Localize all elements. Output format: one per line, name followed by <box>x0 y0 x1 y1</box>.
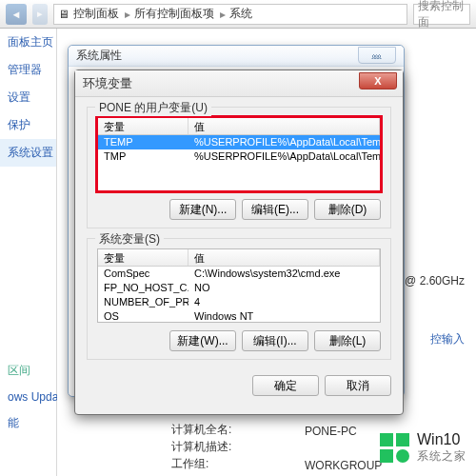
list-header: 变量 值 <box>98 118 380 135</box>
watermark-logo-icon <box>380 433 409 463</box>
ok-button[interactable]: 确定 <box>252 375 319 396</box>
col-value-header[interactable]: 值 <box>188 118 380 134</box>
watermark-line1: Win10 <box>417 431 466 448</box>
sidebar-item[interactable]: 保护 <box>0 111 56 139</box>
col-name-header[interactable]: 变量 <box>98 249 188 266</box>
col-value-header[interactable]: 值 <box>188 249 380 266</box>
list-header: 变量 值 <box>98 249 380 267</box>
chevron-right-icon: ▸ <box>220 8 226 21</box>
sidebar-item[interactable]: 能 <box>0 409 56 437</box>
search-input[interactable]: 搜索控制面 <box>413 4 470 25</box>
cancel-button[interactable]: 取消 <box>325 375 391 396</box>
window-title: 系统属性 <box>69 46 404 67</box>
delete-button[interactable]: 删除(D) <box>314 199 381 220</box>
table-row[interactable]: TEMP %USERPROFILE%\AppData\Local\Temp <box>98 135 380 149</box>
fullname-value: PONE-PC <box>305 425 357 438</box>
user-variables-group: PONE 的用户变量(U) 变量 值 TEMP %USERPROFILE%\Ap… <box>87 107 391 228</box>
table-row[interactable]: FP_NO_HOST_C...NO <box>98 281 380 295</box>
breadcrumb[interactable]: 🖥 控制面板▸ 所有控制面板项▸ 系统 <box>53 4 407 25</box>
computer-icon: 🖥 <box>58 8 69 21</box>
system-variables-list[interactable]: 变量 值 ComSpecC:\Windows\system32\cmd.exe … <box>97 248 381 323</box>
watermark-line2: 系统之家 <box>417 448 466 465</box>
table-row[interactable]: NUMBER_OF_PR...4 <box>98 295 380 309</box>
sidebar-item[interactable]: 设置 <box>0 84 56 111</box>
edit-button[interactable]: 编辑(E)... <box>242 199 308 220</box>
workgroup-value: WORKGROUP <box>305 459 382 472</box>
desc-label: 计算机描述: <box>171 439 231 455</box>
system-variables-group: 系统变量(S) 变量 值 ComSpecC:\Windows\system32\… <box>87 238 391 360</box>
edit-button[interactable]: 编辑(I)... <box>242 330 308 351</box>
sidebar-item[interactable]: 区间 <box>0 357 56 385</box>
fullname-label: 计算机全名: <box>171 422 231 438</box>
new-button[interactable]: 新建(N)... <box>169 199 236 220</box>
nav-forward-button[interactable]: ▸ <box>32 4 48 25</box>
sidebar-item[interactable]: 管理器 <box>0 56 56 84</box>
table-row[interactable]: OSWindows NT <box>98 309 380 322</box>
col-name-header[interactable]: 变量 <box>98 118 188 134</box>
watermark: Win10 系统之家 <box>380 431 466 465</box>
new-button[interactable]: 新建(W)... <box>169 330 236 351</box>
table-row[interactable]: ComSpecC:\Windows\system32\cmd.exe <box>98 267 380 281</box>
user-variables-list[interactable]: 变量 值 TEMP %USERPROFILE%\AppData\Local\Te… <box>97 117 381 191</box>
address-bar: ◄ ▸ 🖥 控制面板▸ 所有控制面板项▸ 系统 搜索控制面 <box>0 0 476 29</box>
sidebar-item[interactable]: ows Update <box>0 385 56 409</box>
sidebar: 面板主页 管理器 设置 保护 系统设置 区间 ows Update 能 <box>0 29 57 476</box>
workgroup-label: 工作组: <box>171 456 208 472</box>
dialog-title: 环境变量 <box>83 75 132 92</box>
dialog-titlebar[interactable]: 环境变量 X <box>75 70 403 97</box>
close-button[interactable]: X <box>359 72 397 89</box>
crumb-segment[interactable]: 系统 <box>229 6 252 22</box>
crumb-segment[interactable]: 控制面板 <box>73 6 119 22</box>
crumb-segment[interactable]: 所有控制面板项 <box>134 6 214 22</box>
group-legend: PONE 的用户变量(U) <box>95 100 211 116</box>
environment-variables-dialog: 环境变量 X PONE 的用户变量(U) 变量 值 TEMP %USERPROF… <box>74 69 404 415</box>
chevron-right-icon: ▸ <box>125 8 130 21</box>
table-row[interactable]: TMP %USERPROFILE%\AppData\Local\Temp <box>98 149 380 164</box>
nav-back-button[interactable]: ◄ <box>6 4 27 25</box>
sidebar-item[interactable]: 系统设置 <box>0 139 56 167</box>
close-button[interactable]: ⅏ <box>358 47 396 64</box>
sidebar-item[interactable]: 面板主页 <box>0 29 56 56</box>
input-link-fragment[interactable]: 控输入 <box>430 331 465 347</box>
delete-button[interactable]: 删除(L) <box>314 330 381 351</box>
group-legend: 系统变量(S) <box>95 231 164 248</box>
